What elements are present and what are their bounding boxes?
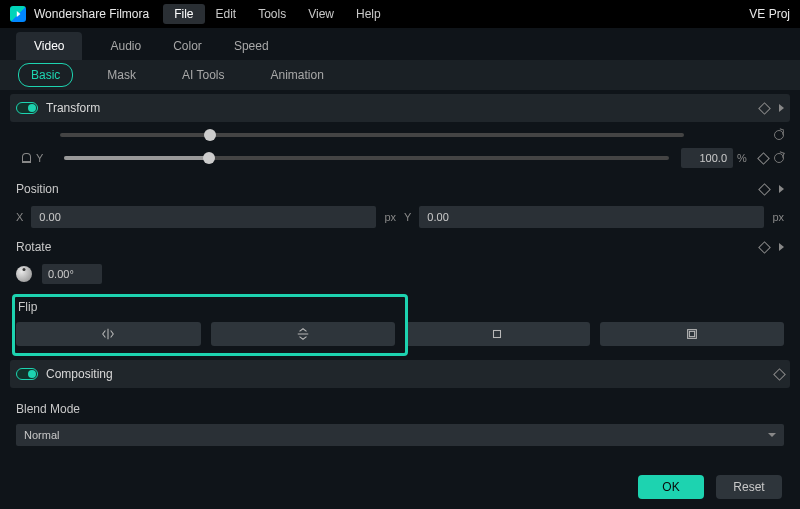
subtab-basic[interactable]: Basic (18, 63, 73, 87)
position-inputs: X 0.00 px Y 0.00 px (16, 206, 784, 228)
transform-header: Transform (10, 94, 790, 122)
pos-y-unit: px (772, 211, 784, 223)
app-logo-icon (10, 6, 26, 22)
blend-mode-value: Normal (24, 429, 59, 441)
expand-icon[interactable] (779, 185, 784, 193)
svg-rect-0 (494, 331, 501, 338)
keyframe-icon[interactable] (773, 368, 786, 381)
pos-x-label: X (16, 211, 23, 223)
link-lock-icon[interactable] (22, 153, 31, 163)
flip-section: Flip (16, 296, 784, 346)
svg-rect-2 (689, 331, 694, 336)
menu-bar: Wondershare Filmora File Edit Tools View… (0, 0, 800, 28)
subtab-animation[interactable]: Animation (258, 64, 335, 86)
rotate-header: Rotate (16, 236, 784, 258)
keyframe-icon[interactable] (758, 102, 771, 115)
crop-icon (490, 327, 504, 341)
rotate-knob[interactable] (16, 266, 32, 282)
sub-tabs: Basic Mask AI Tools Animation (0, 60, 800, 90)
pos-x-input[interactable]: 0.00 (31, 206, 376, 228)
transform-toggle[interactable] (16, 102, 38, 114)
tab-audio[interactable]: Audio (106, 32, 145, 60)
subtab-mask[interactable]: Mask (95, 64, 148, 86)
blend-mode-header: Blend Mode (16, 398, 784, 420)
tab-color[interactable]: Color (169, 32, 206, 60)
tab-video[interactable]: Video (16, 32, 82, 60)
ok-button[interactable]: OK (638, 475, 704, 499)
scale-y-slider[interactable] (64, 156, 669, 160)
blend-mode-label: Blend Mode (16, 402, 80, 416)
flip-label: Flip (16, 300, 784, 314)
expand-icon[interactable] (779, 104, 784, 112)
reset-icon[interactable] (774, 130, 784, 140)
fit-icon (685, 327, 699, 341)
pos-x-unit: px (384, 211, 396, 223)
compositing-header: Compositing (10, 360, 790, 388)
compositing-toggle[interactable] (16, 368, 38, 380)
flip-vertical-button[interactable] (211, 322, 396, 346)
scale-unit: % (733, 152, 751, 164)
rotate-label: Rotate (16, 240, 51, 254)
tab-speed[interactable]: Speed (230, 32, 273, 60)
pos-y-input[interactable]: 0.00 (419, 206, 764, 228)
scale-y-input[interactable]: 100.0 (681, 148, 733, 168)
menu-help[interactable]: Help (345, 4, 392, 24)
scale-x-row (16, 128, 784, 142)
rotate-input[interactable]: 0.00° (42, 264, 102, 284)
chevron-down-icon (768, 433, 776, 437)
transform-title: Transform (46, 101, 100, 115)
flip-horizontal-icon (101, 327, 115, 341)
top-tabs: Video Audio Color Speed (0, 28, 800, 60)
scale-y-label: Y (36, 152, 52, 164)
reset-button[interactable]: Reset (716, 475, 782, 499)
flip-horizontal-button[interactable] (16, 322, 201, 346)
position-label: Position (16, 182, 59, 196)
reset-icon[interactable] (774, 153, 784, 163)
menu-edit[interactable]: Edit (205, 4, 248, 24)
fit-button[interactable] (600, 322, 785, 346)
menu-tools[interactable]: Tools (247, 4, 297, 24)
keyframe-icon[interactable] (758, 183, 771, 196)
blend-mode-select[interactable]: Normal (16, 424, 784, 446)
pos-y-label: Y (404, 211, 411, 223)
keyframe-icon[interactable] (757, 152, 770, 165)
crop-button[interactable] (405, 322, 590, 346)
position-header: Position (16, 178, 784, 200)
footer-buttons: OK Reset (638, 475, 782, 499)
subtab-aitools[interactable]: AI Tools (170, 64, 236, 86)
rotate-row: 0.00° (16, 264, 784, 284)
expand-icon[interactable] (779, 243, 784, 251)
scale-y-row: Y 100.0 % (16, 146, 784, 170)
flip-vertical-icon (296, 327, 310, 341)
project-name: VE Proj (749, 7, 790, 21)
menu-file[interactable]: File (163, 4, 204, 24)
keyframe-icon[interactable] (758, 241, 771, 254)
menu-view[interactable]: View (297, 4, 345, 24)
app-name: Wondershare Filmora (34, 7, 149, 21)
compositing-title: Compositing (46, 367, 113, 381)
